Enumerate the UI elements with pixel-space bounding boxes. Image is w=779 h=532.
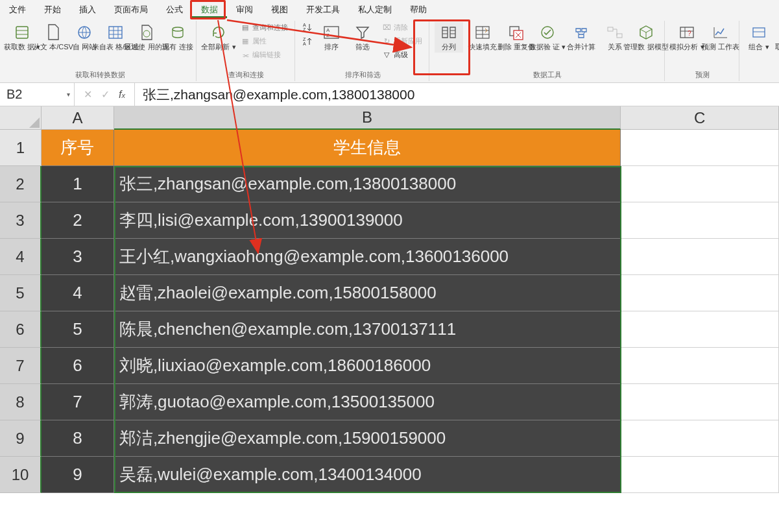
- cell-A1[interactable]: 序号: [42, 130, 114, 166]
- row-header[interactable]: 5: [0, 275, 42, 311]
- forecast-sheet-button[interactable]: 预测 工作表: [706, 22, 735, 53]
- name-box[interactable]: B2 ▾: [0, 83, 75, 106]
- refresh-all-button[interactable]: 全部刷新 ▾: [202, 22, 235, 53]
- row-header[interactable]: 7: [0, 348, 42, 384]
- cell-C10[interactable]: [621, 457, 779, 493]
- ribbon-group-sort-filter: AZ ZA AZ 排序 筛选 ⌧清除 ↻重新应用 ▽高级 排序和筛选: [296, 21, 429, 81]
- get-data-button[interactable]: 获取数 据 ▾: [8, 22, 36, 53]
- row-header[interactable]: 2: [0, 166, 42, 202]
- cell-C8[interactable]: [621, 384, 779, 420]
- what-if-button[interactable]: ? 模拟分析 ▾: [670, 22, 704, 53]
- cell-B1[interactable]: 学生信息: [114, 130, 621, 166]
- menu-bar: 文件开始插入页面布局公式数据审阅视图开发工具私人定制帮助: [0, 0, 779, 18]
- from-csv-button[interactable]: 从文 本/CSV: [39, 22, 67, 53]
- data-validation-button[interactable]: 数据验 证 ▾: [533, 22, 562, 53]
- cell-C7[interactable]: [621, 348, 779, 384]
- menu-item-插入[interactable]: 插入: [70, 0, 105, 18]
- cell-C4[interactable]: [621, 239, 779, 275]
- cancel-icon[interactable]: ✕: [84, 88, 92, 101]
- row-header[interactable]: 6: [0, 311, 42, 348]
- menu-item-帮助[interactable]: 帮助: [401, 0, 436, 18]
- row-header[interactable]: 3: [0, 202, 42, 239]
- cell-B8[interactable]: 郭涛,guotao@example.com,13500135000: [114, 384, 621, 420]
- cell-B4[interactable]: 王小红,wangxiaohong@example.com,13600136000: [114, 239, 621, 275]
- text-to-columns-button[interactable]: 分列: [435, 22, 463, 53]
- column-header-B[interactable]: B: [114, 106, 621, 130]
- fx-icon[interactable]: fx: [119, 89, 125, 101]
- menu-item-开发工具[interactable]: 开发工具: [297, 0, 349, 18]
- menu-item-开始[interactable]: 开始: [35, 0, 70, 18]
- cell-C3[interactable]: [621, 202, 779, 239]
- ungroup-button[interactable]: 取消组合 ▾: [776, 22, 779, 53]
- table-icon: [106, 23, 125, 42]
- group-label: 预测: [695, 70, 710, 80]
- clear-filter-button: ⌧清除: [379, 22, 425, 33]
- menu-item-数据[interactable]: 数据: [192, 0, 227, 18]
- flash-fill-icon: [473, 23, 492, 42]
- cell-C5[interactable]: [621, 275, 779, 311]
- row-header[interactable]: 8: [0, 384, 42, 420]
- cell-A2[interactable]: 1: [42, 166, 114, 202]
- cell-A9[interactable]: 8: [42, 420, 114, 457]
- row-header[interactable]: 10: [0, 457, 42, 493]
- cell-B9[interactable]: 郑洁,zhengjie@example.com,15900159000: [114, 420, 621, 457]
- cell-B3[interactable]: 李四,lisi@example.com,13900139000: [114, 202, 621, 239]
- column-header-C[interactable]: C: [621, 106, 779, 130]
- cell-A8[interactable]: 7: [42, 384, 114, 420]
- flash-fill-button[interactable]: 快速填充: [466, 22, 499, 53]
- cell-B7[interactable]: 刘晓,liuxiao@example.com,18600186000: [114, 348, 621, 384]
- row-header[interactable]: 4: [0, 239, 42, 275]
- cell-A6[interactable]: 5: [42, 311, 114, 348]
- clock-file-icon: [138, 23, 156, 42]
- database-icon: [13, 23, 31, 42]
- filter-button[interactable]: 筛选: [348, 22, 377, 53]
- menu-item-页面布局[interactable]: 页面布局: [105, 0, 157, 18]
- existing-connections-button[interactable]: 现有 连接: [163, 22, 192, 53]
- enter-icon[interactable]: ✓: [101, 88, 110, 101]
- list-icon: ▤: [241, 23, 250, 32]
- cell-A7[interactable]: 6: [42, 348, 114, 384]
- queries-connections-button[interactable]: ▤查询和连接: [238, 22, 291, 33]
- consolidate-button[interactable]: 合并计算: [564, 22, 598, 53]
- cell-B10[interactable]: 吴磊,wulei@example.com,13400134000: [114, 457, 621, 493]
- formula-input[interactable]: 张三,zhangsan@example.com,13800138000: [135, 86, 779, 104]
- chevron-down-icon[interactable]: ▾: [67, 91, 70, 98]
- remove-duplicates-button[interactable]: 删除 重复值: [502, 22, 531, 53]
- svg-point-4: [173, 27, 183, 31]
- cell-A3[interactable]: 2: [42, 202, 114, 239]
- sort-desc-button[interactable]: ZA: [300, 36, 315, 47]
- cell-A10[interactable]: 9: [42, 457, 114, 493]
- ribbon-group-forecast: ? 模拟分析 ▾ 预测 工作表 预测: [666, 21, 739, 81]
- menu-item-公式[interactable]: 公式: [157, 0, 192, 18]
- cell-B6[interactable]: 陈晨,chenchen@example.com,13700137111: [114, 311, 621, 348]
- row-header[interactable]: 9: [0, 420, 42, 457]
- sort-asc-button[interactable]: AZ: [300, 22, 315, 32]
- cell-C9[interactable]: [621, 420, 779, 457]
- select-all-corner[interactable]: [0, 106, 42, 130]
- menu-item-文件[interactable]: 文件: [0, 0, 35, 18]
- cell-C1[interactable]: [621, 130, 779, 166]
- sort-button[interactable]: AZ 排序: [317, 22, 346, 53]
- group-button[interactable]: 组合 ▾: [745, 22, 773, 53]
- cell-C6[interactable]: [621, 311, 779, 348]
- svg-rect-16: [608, 27, 613, 31]
- column-header-A[interactable]: A: [42, 106, 114, 130]
- cell-C2[interactable]: [621, 166, 779, 202]
- menu-item-视图[interactable]: 视图: [262, 0, 297, 18]
- recent-sources-button[interactable]: 最近使 用的源: [132, 22, 161, 53]
- advanced-filter-button[interactable]: ▽高级: [379, 49, 425, 60]
- menu-item-私人定制[interactable]: 私人定制: [349, 0, 401, 18]
- reapply-button: ↻重新应用: [379, 36, 425, 47]
- text-columns-icon: [440, 23, 458, 42]
- svg-rect-20: [753, 28, 765, 37]
- svg-text:A: A: [303, 42, 306, 46]
- svg-text:Z: Z: [326, 32, 330, 38]
- cell-A4[interactable]: 3: [42, 239, 114, 275]
- cell-B2[interactable]: 张三,zhangsan@example.com,13800138000: [114, 166, 621, 202]
- row-header[interactable]: 1: [0, 130, 42, 166]
- menu-item-审阅[interactable]: 审阅: [227, 0, 262, 18]
- cell-B5[interactable]: 赵雷,zhaolei@example.com,15800158000: [114, 275, 621, 311]
- manage-data-model-button[interactable]: 管理数 据模型: [632, 22, 660, 53]
- sort-icon: AZ: [322, 23, 341, 42]
- cell-A5[interactable]: 4: [42, 275, 114, 311]
